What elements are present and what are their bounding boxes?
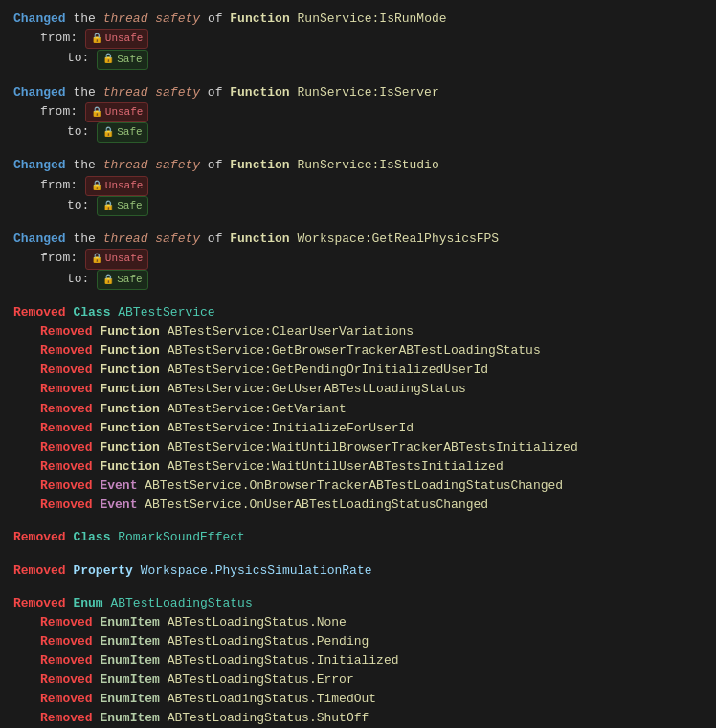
removed-enumitem-6: Removed EnumItem ABTestLoadingStatus.Shu…	[13, 709, 703, 728]
to-line-4: to: 🔒 Safe	[13, 270, 703, 290]
removed-enumitem-1: Removed EnumItem ABTestLoadingStatus.Non…	[13, 613, 703, 632]
safe-badge: 🔒 Safe	[97, 122, 147, 143]
unsafe-badge: 🔒 Unsafe	[85, 29, 149, 49]
removed-func-1: Removed Function ABTestService:ClearUser…	[13, 322, 703, 342]
member-name: RunService:IsServer	[298, 83, 439, 102]
removed-class-abtestservice-header: Removed Class ABTestService	[13, 303, 703, 322]
from-line-4: from: 🔒 Unsafe	[13, 249, 703, 269]
removed-enumitem-2: Removed EnumItem ABTestLoadingStatus.Pen…	[13, 632, 703, 651]
removed-event-1: Removed Event ABTestService.OnBrowserTra…	[13, 476, 703, 496]
removed-func-3: Removed Function ABTestService:GetPendin…	[13, 361, 703, 380]
to-line-3: to: 🔒 Safe	[13, 196, 703, 216]
class-name: ABTestService	[118, 303, 214, 322]
changed-keyword: Changed	[13, 10, 66, 29]
safe-badge: 🔒 Safe	[97, 270, 147, 290]
removed-enumitem-4: Removed EnumItem ABTestLoadingStatus.Err…	[13, 671, 703, 690]
safe-badge: 🔒 Safe	[97, 196, 147, 216]
removed-func-8: Removed Function ABTestService:WaitUntil…	[13, 457, 703, 476]
changed-entry-4: Changed the thread safety of Function Wo…	[13, 230, 703, 249]
member-name: RunService:IsRunMode	[298, 10, 447, 29]
safe-badge: 🔒 Safe	[97, 50, 147, 70]
member-type-label: Function	[230, 156, 289, 175]
member-name: Workspace:GetRealPhysicsFPS	[298, 230, 500, 249]
from-line-3: from: 🔒 Unsafe	[13, 176, 703, 196]
removed-enum-header: Removed Enum ABTestLoadingStatus	[13, 594, 703, 613]
changed-entry-3: Changed the thread safety of Function Ru…	[13, 156, 703, 175]
removed-func-6: Removed Function ABTestService:Initializ…	[13, 419, 703, 438]
member-type-label: Function	[230, 10, 289, 29]
removed-func-5: Removed Function ABTestService:GetVarian…	[13, 400, 703, 419]
to-line-1: to: 🔒 Safe	[13, 49, 703, 69]
removed-func-4: Removed Function ABTestService:GetUserAB…	[13, 380, 703, 399]
removed-func-2: Removed Function ABTestService:GetBrowse…	[13, 342, 703, 361]
unsafe-badge: 🔒 Unsafe	[85, 176, 149, 196]
member-type-label: Function	[230, 230, 289, 249]
member-type-label: Function	[230, 83, 289, 102]
removed-class-romark: Removed Class RomarkSoundEffect	[13, 528, 703, 547]
changed-entry-1: Changed the thread safety of Function Ru…	[13, 10, 703, 29]
unsafe-badge: 🔒 Unsafe	[85, 249, 149, 269]
to-line-2: to: 🔒 Safe	[13, 122, 703, 143]
removed-enumitem-3: Removed EnumItem ABTestLoadingStatus.Ini…	[13, 651, 703, 671]
from-line-1: from: 🔒 Unsafe	[13, 29, 703, 49]
member-name: RunService:IsStudio	[298, 156, 439, 175]
removed-property-workspace: Removed Property Workspace.PhysicsSimula…	[13, 562, 703, 581]
removed-func-7: Removed Function ABTestService:WaitUntil…	[13, 438, 703, 457]
unsafe-badge: 🔒 Unsafe	[85, 102, 149, 122]
thread-safety-label: thread safety	[103, 10, 200, 29]
removed-event-2: Removed Event ABTestService.OnUserABTest…	[13, 496, 703, 515]
from-line-2: from: 🔒 Unsafe	[13, 102, 703, 122]
removed-enumitem-5: Removed EnumItem ABTestLoadingStatus.Tim…	[13, 690, 703, 709]
changed-entry-2: Changed the thread safety of Function Ru…	[13, 83, 703, 102]
